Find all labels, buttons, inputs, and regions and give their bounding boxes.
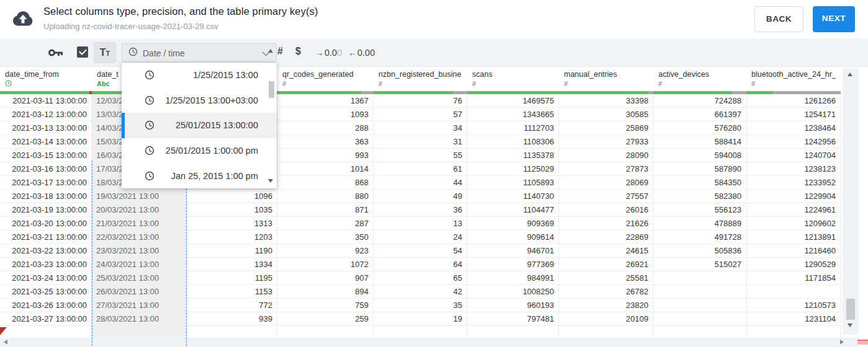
cell[interactable]: 1233952 [746,176,840,190]
cell[interactable]: 2021-03-21 13:00:00 [0,231,91,244]
cell[interactable]: 20109 [559,312,653,326]
cell[interactable]: 661397 [653,108,746,121]
cell[interactable]: 797481 [467,312,558,326]
cell[interactable]: 1313 [187,217,277,231]
cell[interactable]: 259 [277,312,373,326]
cell[interactable]: 1093 [277,108,373,121]
scroll-up-arrow-icon[interactable] [268,49,273,53]
cell[interactable]: 36 [374,203,467,217]
type-select[interactable]: Date / time [122,43,277,63]
cell[interactable]: 31 [374,135,467,149]
cell[interactable]: 894 [277,285,373,299]
cell[interactable]: 24/03/2021 13:00 [92,258,186,271]
cell[interactable]: 24 [374,231,467,244]
cell[interactable]: 556123 [653,203,746,217]
cell[interactable]: 65 [374,271,467,285]
cell[interactable]: 2021-03-15 13:00:00 [0,149,91,162]
cell[interactable] [746,285,840,299]
scroll-left-arrow-icon[interactable] [4,340,7,345]
cell[interactable]: 1203 [187,231,277,244]
cell[interactable]: 23820 [559,299,653,312]
cell[interactable] [653,299,746,312]
cell[interactable]: 26921 [559,258,653,271]
horizontal-scrollbar-thumb[interactable] [857,340,868,345]
cell[interactable]: 27557 [559,190,653,203]
cell[interactable]: 1240704 [746,149,840,162]
cell[interactable]: 1469575 [467,94,558,108]
cell[interactable]: 576280 [653,121,746,135]
cell[interactable]: 350 [277,231,373,244]
cell[interactable]: 34 [374,121,467,135]
cell[interactable]: 587890 [653,162,746,176]
dropdown-scrollbar[interactable] [266,45,276,187]
cell[interactable]: 27/03/2021 13:00 [92,299,186,312]
column-header[interactable]: bluetooth_active_24_hr_# [746,67,841,91]
cell[interactable]: 27933 [559,135,653,149]
dropdown-scrollbar-thumb[interactable] [269,81,274,98]
cell[interactable]: 22/03/2021 13:00 [92,231,186,244]
cell[interactable]: 1367 [277,94,373,108]
cell[interactable]: 772 [187,299,277,312]
cell[interactable]: 22869 [559,231,653,244]
column-header[interactable]: active_devices# [653,67,746,91]
cell[interactable]: 1231104 [746,312,840,326]
cell[interactable]: 582380 [653,190,746,203]
column-header[interactable]: qr_codes_generated# [277,67,374,91]
column-header[interactable]: nzbn_registered_busine# [374,67,467,91]
scroll-up-arrow-icon[interactable] [848,72,852,76]
cell[interactable]: 44 [374,176,467,190]
cell[interactable]: 61 [374,162,467,176]
cell[interactable]: 1108306 [467,135,558,149]
cell[interactable]: 880 [277,190,373,203]
cell[interactable]: 1290529 [746,258,840,271]
dropdown-option[interactable]: 25/01/2015 13:00:00 [122,113,277,138]
cell[interactable]: 33398 [559,94,653,108]
cell[interactable]: 505836 [653,244,746,258]
cell[interactable]: 2021-03-20 13:00:00 [0,217,91,231]
cell[interactable]: 55 [374,149,467,162]
cell[interactable] [653,271,746,285]
primary-key-icon[interactable] [48,48,63,59]
cell[interactable]: 28069 [559,176,653,190]
cell[interactable]: 960193 [467,299,558,312]
cell[interactable]: 1334 [187,258,277,271]
vertical-scrollbar[interactable] [843,68,859,335]
cell[interactable]: 1229904 [746,190,840,203]
cell[interactable]: 1209602 [746,217,840,231]
cell[interactable]: 1242956 [746,135,840,149]
cell[interactable]: 724288 [653,94,746,108]
horizontal-scrollbar[interactable] [0,338,859,347]
cell[interactable]: 491728 [653,231,746,244]
cell[interactable]: 907 [277,271,373,285]
cell[interactable]: 2021-03-14 13:00:00 [0,135,91,149]
cell[interactable] [653,312,746,326]
cell[interactable]: 54 [374,244,467,258]
cell[interactable]: 57 [374,108,467,121]
cell[interactable]: 2021-03-26 13:00:00 [0,299,91,312]
cell[interactable]: 584350 [653,176,746,190]
cell[interactable]: 2021-03-27 13:00:00 [0,312,91,326]
cell[interactable]: 594008 [653,149,746,162]
cell[interactable]: 30585 [559,108,653,121]
dropdown-option[interactable]: 1/25/2015 13:00 [122,63,277,88]
cell[interactable]: 1125029 [467,162,558,176]
cell[interactable]: 27873 [559,162,653,176]
cell[interactable]: 977369 [467,258,558,271]
cell[interactable]: 1261266 [746,94,840,108]
cell[interactable]: 28/03/2021 13:00 [92,312,186,326]
checked-checkbox-icon[interactable] [77,46,88,58]
cell[interactable]: 49 [374,190,467,203]
currency-type-button[interactable]: $ [295,46,301,57]
cell[interactable]: 1135378 [467,149,558,162]
cell[interactable]: 24615 [559,244,653,258]
increase-decimal-button[interactable]: →0.00 [315,48,342,58]
cell[interactable]: 909614 [467,231,558,244]
cell[interactable]: 2021-03-13 13:00:00 [0,121,91,135]
cell[interactable]: 2021-03-25 13:00:00 [0,285,91,299]
cell[interactable]: 2021-03-11 13:00:00 [0,94,91,108]
cell[interactable]: 2021-03-19 13:00:00 [0,203,91,217]
cell[interactable]: 288 [277,121,373,135]
cell[interactable]: 26/03/2021 13:00 [92,285,186,299]
cell[interactable]: 2021-03-24 13:00:00 [0,271,91,285]
scroll-down-arrow-icon[interactable] [848,323,852,327]
